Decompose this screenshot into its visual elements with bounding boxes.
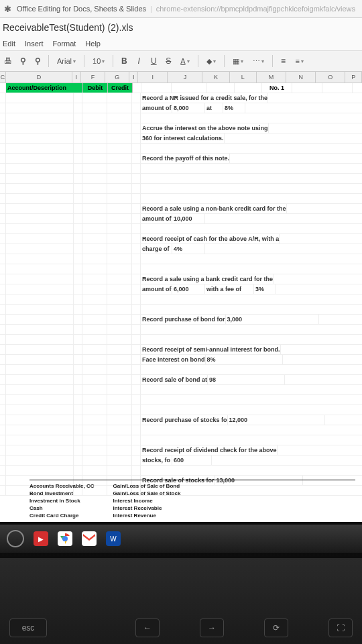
- print-icon[interactable]: 🖶: [3, 56, 13, 66]
- col-O[interactable]: O: [316, 72, 345, 83]
- menu-edit[interactable]: Edit: [3, 40, 15, 48]
- table-row: charge of4%: [0, 244, 362, 254]
- text-cell: 6,000: [172, 284, 205, 294]
- chevron-down-icon: ▾: [102, 58, 105, 64]
- table-row: [0, 335, 362, 345]
- table-row: amount of6,000with a fee of3%: [0, 284, 362, 294]
- col-M[interactable]: M: [257, 72, 286, 83]
- font-size: 10: [93, 57, 101, 65]
- table-row: [0, 385, 362, 395]
- text-cell: 8,000: [172, 103, 205, 113]
- grid[interactable]: Account/Description Debit Credit No. 1 R…: [0, 83, 362, 522]
- table-row: amount of8,000at8%: [0, 103, 362, 113]
- document-filename: ReceivableTest(Student) (2).xls: [3, 22, 133, 33]
- extension-name: Office Editing for Docs, Sheets & Slides: [17, 5, 146, 13]
- menu-help[interactable]: Help: [85, 40, 101, 48]
- text-cell: Record the payoff of this note.: [141, 154, 230, 163]
- text-cell: 98: [208, 375, 285, 384]
- underline-button[interactable]: U: [148, 56, 159, 66]
- col-I[interactable]: I: [72, 72, 81, 83]
- back-key: ←: [135, 619, 160, 637]
- zoom-in-icon[interactable]: ⚲: [17, 56, 28, 66]
- zoom-out-icon[interactable]: ⚲: [32, 56, 43, 66]
- text-cell: amount of: [141, 214, 172, 223]
- menu-format[interactable]: Format: [52, 40, 76, 48]
- svg-point-1: [62, 536, 68, 541]
- text-cell: Record receipt of dividend check for the…: [141, 445, 278, 455]
- col-G[interactable]: G: [105, 72, 129, 83]
- column-header-row: C D I F G I I J K L M N O P: [0, 72, 362, 83]
- url-text: chrome-extension://bpmcpldpdmajfigpchkic…: [156, 5, 355, 13]
- table-row: Record a sale using a non-bank credit ca…: [0, 204, 362, 214]
- accounts-right: Gain/Loss of Sale of Bond Gain/Loss of S…: [113, 480, 180, 519]
- table-row: [0, 466, 362, 476]
- table-row: [0, 294, 362, 305]
- col-C[interactable]: C: [0, 72, 6, 83]
- table-row: [0, 405, 362, 415]
- font-size-select[interactable]: 10 ▾: [90, 56, 107, 66]
- table-row: [0, 174, 362, 184]
- col-J[interactable]: J: [168, 72, 202, 83]
- hdr-credit: Credit: [108, 83, 133, 93]
- table-row: Face interest on bond8%: [0, 355, 362, 365]
- table-row: Record receipt of dividend check for the…: [0, 445, 362, 455]
- align-1-button[interactable]: ≡: [278, 56, 289, 66]
- text-cell: Record a NR issued for a credit sale, fo…: [141, 93, 268, 103]
- text-cell: 8%: [223, 103, 245, 113]
- table-row: [0, 325, 362, 335]
- youtube-icon[interactable]: ▶: [34, 531, 48, 546]
- bold-button[interactable]: B: [119, 56, 129, 66]
- italic-button[interactable]: I: [133, 56, 144, 66]
- font-name: Arial: [57, 57, 72, 65]
- text-cell: with a fee of: [205, 284, 254, 294]
- spreadsheet-area[interactable]: C D I F G I I J K L M N O P Account/Desc…: [0, 72, 362, 522]
- col-I2[interactable]: I: [129, 72, 138, 83]
- sheet-header-row: Account/Description Debit Credit No. 1: [0, 83, 362, 93]
- font-select[interactable]: Arial ▾: [54, 56, 78, 66]
- col-L[interactable]: L: [230, 72, 257, 83]
- text-cell: 4%: [172, 244, 205, 254]
- table-row: Record purchase of stocks fo12,000: [0, 415, 362, 425]
- chrome-icon[interactable]: [58, 531, 72, 546]
- merge-button[interactable]: ⋯▾: [250, 56, 267, 67]
- col-P[interactable]: P: [345, 72, 362, 83]
- gmail-icon[interactable]: [82, 531, 97, 546]
- table-row: [0, 164, 362, 174]
- borders-button[interactable]: ▦▾: [230, 56, 246, 67]
- browser-tab-bar: ✱ Office Editing for Docs, Sheets & Slid…: [0, 0, 362, 18]
- table-row: amount of10,000: [0, 214, 362, 224]
- word-icon[interactable]: W: [106, 531, 121, 546]
- text-cell: 10,000: [172, 214, 205, 223]
- text-cell: amount of: [141, 284, 172, 294]
- text-cell: 600: [172, 455, 212, 465]
- table-row: [0, 425, 362, 435]
- strikethrough-button[interactable]: S: [163, 56, 174, 66]
- text-cell: stocks, fo: [141, 455, 172, 465]
- table-row: Record purchase of bond for3,000: [0, 315, 362, 325]
- align-2-button[interactable]: ≡▾: [293, 56, 306, 66]
- col-D[interactable]: D: [6, 72, 72, 83]
- text-cell: Record a sale using a bank credit card f…: [141, 274, 274, 284]
- extension-icon: ✱: [4, 4, 11, 14]
- table-row: Record receipt of cash for the above A/R…: [0, 234, 362, 244]
- launcher-icon[interactable]: [7, 530, 24, 547]
- text-cell: Record a sale using a non-bank credit ca…: [141, 204, 287, 213]
- col-N[interactable]: N: [286, 72, 316, 83]
- refresh-key: ⟳: [264, 619, 288, 637]
- toolbar: 🖶 ⚲ ⚲ Arial ▾ 10 ▾ B I U S A▾ ◆▾ ▦▾ ⋯▾: [0, 50, 362, 72]
- table-row: [0, 254, 362, 264]
- table-row: Record sale of bond at98: [0, 375, 362, 385]
- table-row: [0, 194, 362, 204]
- table-row: Record a NR issued for a credit sale, fo…: [0, 93, 362, 103]
- text-cell: Record receipt of cash for the above A/R…: [141, 234, 280, 244]
- menu-insert[interactable]: Insert: [25, 40, 44, 48]
- col-K[interactable]: K: [202, 72, 229, 83]
- col-F[interactable]: F: [81, 72, 105, 83]
- text-cell: at: [205, 103, 223, 113]
- menu-bar: Edit Insert Format Help: [0, 37, 362, 50]
- col-I3[interactable]: I: [138, 72, 168, 83]
- table-row: [0, 435, 362, 445]
- text-color-button[interactable]: A▾: [178, 56, 192, 66]
- text-cell: 3%: [254, 284, 276, 294]
- fill-color-button[interactable]: ◆▾: [204, 56, 219, 67]
